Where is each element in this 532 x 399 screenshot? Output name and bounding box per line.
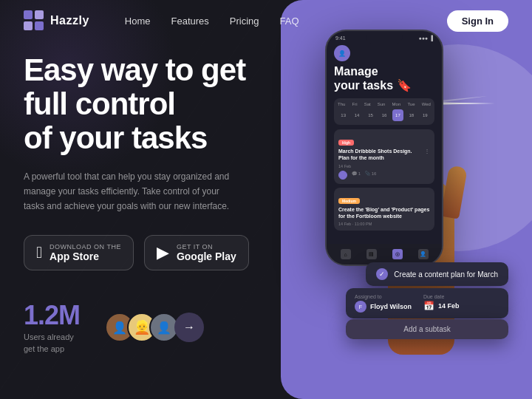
assigned-block: Assigned to F Floyd Wilson (355, 294, 412, 313)
assigned-user-avatar: F (355, 301, 366, 313)
assign-avatar-row: F Floyd Wilson (355, 301, 412, 313)
hero-title-line2: full control (24, 86, 175, 121)
nav-grid-btn[interactable]: ▤ (366, 249, 377, 259)
phone-avatar: 👤 (334, 45, 350, 61)
signin-button[interactable]: Sign In (447, 10, 508, 32)
navbar: Hazzly Home Features Pricing FAQ Sign In (0, 0, 532, 41)
cal-header: ThuFriSatSunMonTueWed (338, 102, 431, 106)
googleplay-text: GET IT ON Google Play (177, 243, 236, 262)
hero-content: Easy way to get full control of your tas… (24, 53, 290, 355)
cal-day-17: 17 (392, 109, 403, 121)
logo-sq-3 (24, 21, 33, 30)
content-plan-card: ✓ Create a content plan for March (366, 262, 508, 286)
cal-day-19: 19 (420, 109, 431, 121)
cal-days: 13 14 15 16 17 18 19 (338, 109, 431, 121)
hero-title-line3: of your tasks (24, 120, 207, 155)
check-icon: ✓ (376, 268, 388, 280)
phone-title: Manage your tasks 🔖 (334, 64, 434, 92)
card2-meta: 14 Feb · 11:00 PM (338, 222, 430, 226)
appstore-small-text: Download on the (50, 243, 121, 250)
phone-mockup-wrapper: 9:41 ●●● ▐ 👤 Manage your tasks 🔖 ThuFriS… (325, 30, 443, 266)
calendar-icon: 📅 (423, 301, 434, 311)
googleplay-small-text: GET IT ON (177, 243, 236, 250)
add-subtask-card[interactable]: Add a subtask (346, 319, 508, 339)
card1-tag: High (338, 140, 354, 146)
appstore-text: Download on the App Store (50, 243, 121, 262)
phone-content: 👤 Manage your tasks 🔖 ThuFriSatSunMonTue… (327, 41, 442, 239)
cal-day-15: 15 (365, 109, 376, 121)
appstore-button[interactable]:  Download on the App Store (24, 235, 134, 270)
download-buttons:  Download on the App Store ▶ GET IT ON … (24, 235, 290, 270)
card1-actions: 💬 1 📎 16 (338, 171, 430, 180)
googleplay-icon: ▶ (157, 245, 169, 261)
card1-attachment: 📎 16 (365, 171, 376, 180)
phone-calendar: ThuFriSatSunMonTueWed 13 14 15 16 17 18 … (334, 98, 434, 125)
phone-card-2: Medium Create the 'Blog' and 'Product' p… (334, 188, 434, 231)
avatars-group: 👤 👱 👤 → (105, 313, 204, 342)
nav-features[interactable]: Features (171, 16, 208, 27)
phone-bottom-nav: ⌂ ▤ ◎ 👤 (327, 244, 442, 265)
cal-day-14: 14 (351, 109, 362, 121)
card1-comment: 💬 1 (352, 171, 361, 180)
card1-title: March Dribbble Shots Design. Plan for th… (338, 148, 421, 161)
add-subtask-text: Add a subtask (403, 325, 450, 333)
logo-sq-2 (35, 10, 44, 19)
nav-faq[interactable]: FAQ (280, 16, 299, 27)
nav-pricing[interactable]: Pricing (230, 16, 259, 27)
cal-day-13: 13 (338, 109, 349, 121)
content-plan-text: Create a content plan for March (394, 270, 498, 279)
apple-icon:  (36, 245, 42, 261)
phone-mockup: 9:41 ●●● ▐ 👤 Manage your tasks 🔖 ThuFriS… (325, 30, 443, 266)
phone-card-1: High March Dribbble Shots Design. Plan f… (334, 129, 434, 183)
card2-title: Create the 'Blog' and 'Product' pages fo… (338, 206, 430, 219)
nav-profile-btn[interactable]: 👤 (418, 249, 429, 259)
googleplay-button[interactable]: ▶ GET IT ON Google Play (144, 235, 249, 270)
nav-calendar-btn[interactable]: ◎ (392, 249, 403, 259)
appstore-large-text: App Store (50, 250, 121, 262)
cal-day-16: 16 (378, 109, 389, 121)
due-label: Due date (423, 294, 460, 299)
logo-icon (24, 10, 44, 31)
hero-title-line1: Easy way to get (24, 52, 245, 87)
due-date-row: 📅 14 Feb (423, 301, 460, 311)
brand-name: Hazzly (50, 14, 89, 27)
logo-sq-1 (24, 10, 33, 19)
card2-tag: Medium (338, 198, 360, 204)
nav-home[interactable]: Home (125, 16, 151, 27)
assignment-card: Assigned to F Floyd Wilson Due date 📅 14… (346, 288, 508, 318)
stat-number: 1.2M (24, 300, 83, 331)
cal-day-18: 18 (406, 109, 417, 121)
share-icon: ⋮ (424, 148, 430, 154)
googleplay-large-text: Google Play (177, 250, 236, 262)
logo: Hazzly (24, 10, 89, 31)
due-block: Due date 📅 14 Feb (423, 294, 460, 313)
hero-subtitle: A powerful tool that can help you stay o… (24, 169, 231, 214)
arrow-button[interactable]: → (174, 313, 204, 342)
due-date-value: 14 Feb (438, 302, 460, 310)
hero-title: Easy way to get full control of your tas… (24, 53, 290, 156)
assigned-label: Assigned to (355, 294, 412, 299)
card1-meta: 14 Feb (338, 164, 430, 168)
card1-avatar (338, 171, 347, 180)
assigned-user-name: Floyd Wilson (370, 303, 412, 310)
nav-home-btn[interactable]: ⌂ (341, 249, 351, 259)
logo-sq-4 (35, 21, 44, 30)
stat-label: Users already get the app (24, 331, 83, 355)
stat-block: 1.2M Users already get the app (24, 300, 83, 355)
stats-row: 1.2M Users already get the app 👤 👱 👤 → (24, 300, 290, 355)
